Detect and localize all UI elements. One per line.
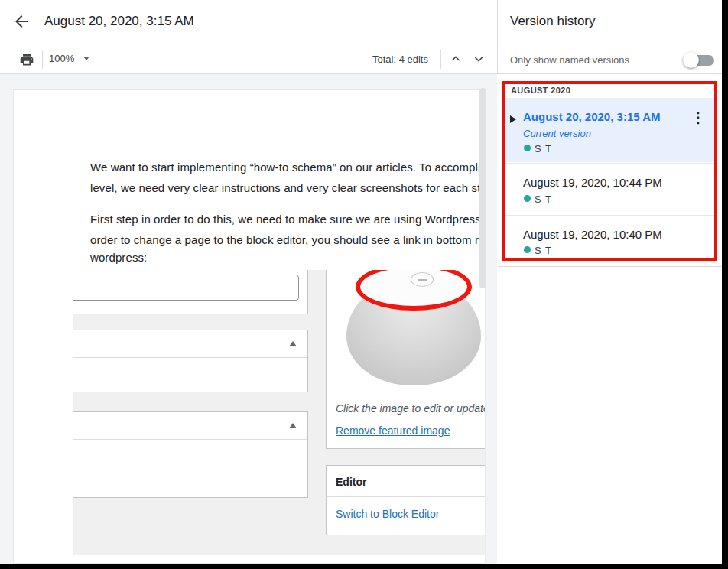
back-button[interactable] [12,12,34,34]
version-panel-header: Version history [497,0,722,44]
version-history-title: Version history [510,14,596,29]
screenshot-root: August 20, 2020, 3:15 AM Version history… [0,0,728,569]
version-history-window: August 20, 2020, 3:15 AM Version history… [0,0,722,564]
embedded-wordpress-screenshot: Click the image to edit or update Remove… [73,270,486,555]
wp-metabox-1-header [73,330,307,358]
editor-color-dot [524,195,531,202]
version-item-3[interactable]: August 19, 2020, 10:40 PM S T [505,215,714,266]
preview-toolbar: 100% Total: 4 edits [0,44,497,74]
expand-triangle-icon[interactable] [510,115,516,123]
editor-panel-divider [327,496,486,497]
version-title: August 19, 2020, 10:40 PM [523,228,662,241]
named-versions-toggle[interactable] [683,50,715,69]
document-page: We want to start implementing “how-to sc… [13,89,486,564]
chevron-down-icon [83,57,89,60]
toggle-knob [683,52,699,68]
wp-metabox-2 [73,411,308,498]
doc-text-line: level, we need very clear instructions a… [90,181,486,194]
arrow-left-icon [12,12,34,31]
doc-text-line: order to change a page to the block edit… [90,233,486,246]
collapse-arrow-icon [289,341,297,346]
document-scrollbar[interactable] [479,88,486,288]
remove-featured-image-link: Remove featured image [336,424,450,437]
toolbar-divider [42,50,43,69]
previous-edit-button[interactable] [450,53,463,67]
doc-text-line: First step in order to do this, we need … [90,213,486,226]
wp-metabox-1 [73,330,308,392]
printer-icon [19,52,34,67]
document-preview-area: We want to start implementing “how-to sc… [0,74,497,564]
page-title: August 20, 2020, 3:15 AM [44,14,194,29]
wp-sidebar-column: Click the image to edit or update Remove… [326,270,486,555]
version-item-2[interactable]: August 19, 2020, 10:44 PM S T [505,163,714,215]
echo-dot-button [411,272,434,287]
doc-text-line: We want to start implementing “how-to sc… [90,161,486,174]
next-edit-button[interactable] [473,53,486,67]
wp-editor-panel: Editor Switch to Block Editor [326,465,486,535]
version-editors: S T [535,245,552,256]
version-editors: S T [535,193,552,205]
print-button[interactable] [19,52,34,67]
current-version-label: Current version [523,128,591,139]
month-section-label: AUGUST 2020 [511,86,570,95]
editor-color-dot [524,246,531,253]
collapse-arrow-icon [289,423,297,428]
chevron-down-icon [473,53,486,65]
list-divider [498,266,722,267]
zoom-select[interactable]: 100% [49,53,89,64]
version-title: August 20, 2020, 3:15 AM [523,110,661,123]
version-item-current[interactable]: August 20, 2020, 3:15 AM Current version… [505,98,714,162]
more-options-icon[interactable]: ⋮ [690,108,707,128]
zoom-value: 100% [49,53,74,64]
doc-text-line: wordpress: [90,251,147,264]
version-title: August 19, 2020, 10:44 PM [523,176,662,189]
version-list-panel: AUGUST 2020 August 20, 2020, 3:15 AM Cur… [497,74,722,564]
wp-metabox-2-header [73,412,307,440]
featured-image-echo-dot [345,270,484,389]
editor-color-dot [524,145,531,151]
wp-featured-image-panel: Click the image to edit or update Remove… [326,270,486,449]
chevron-up-icon [450,53,463,65]
version-editors: S T [535,143,552,154]
editor-panel-title: Editor [336,476,366,488]
switch-to-block-editor-link: Switch to Block Editor [336,508,439,520]
wp-text-input [73,275,299,301]
total-edits-label: Total: 4 edits [372,54,428,65]
named-versions-label: Only show named versions [510,54,629,66]
header-bar: August 20, 2020, 3:15 AM [0,0,497,44]
toolbar-divider-2 [440,50,441,69]
featured-image-caption: Click the image to edit or update [336,402,486,415]
